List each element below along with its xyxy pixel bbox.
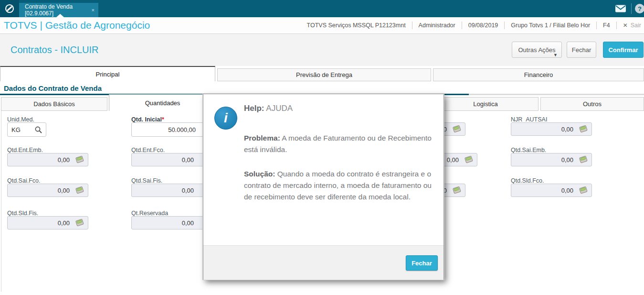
divider <box>412 22 412 29</box>
unid-med-value: KG <box>11 126 21 133</box>
calculator-icon <box>75 219 84 227</box>
qtd-ent-emb-value: 0,00 <box>58 156 70 164</box>
field-label-qtd-sld-fco: Qtd.Sld.Fco. <box>511 177 544 184</box>
tab-close-icon[interactable]: × <box>92 7 95 13</box>
subtab-outros[interactable]: Outros <box>540 97 644 111</box>
qtd-sld-fis-field: 0,00 <box>7 216 88 229</box>
divider <box>462 22 462 29</box>
help-dialog: i Help: AJUDA Problema: A moeda de Fatur… <box>203 94 444 280</box>
dialog-close-label: Fechar <box>412 260 432 267</box>
calculator-icon <box>579 186 588 195</box>
panel-left-border <box>1 111 1 292</box>
calculator-icon <box>75 155 84 164</box>
qtd-sld-fco-field: 0,00 <box>511 184 592 197</box>
dialog-problem-text: Problema: A moeda de Faturamento ou de R… <box>244 132 441 155</box>
search-icon[interactable] <box>34 126 43 134</box>
user-label: Administrador <box>419 22 455 29</box>
topbar-separator <box>631 3 632 14</box>
qtd-inicial-field[interactable]: 50.000,00 <box>131 122 212 137</box>
totvs-menu-button[interactable] <box>0 0 19 17</box>
section-underline-rest <box>469 94 644 95</box>
tab-previsao-de-entrega[interactable]: Previsão de Entrega <box>217 68 431 81</box>
tab-principal[interactable]: Principal <box>0 66 215 81</box>
divider <box>616 22 617 29</box>
exit-x-icon: ✕ <box>623 22 628 29</box>
calculator-icon <box>452 186 462 195</box>
qtd-sai-emb-field: 0,00 <box>511 153 592 166</box>
tab-principal-label: Principal <box>96 71 120 78</box>
qtd-inicial-value: 50.000,00 <box>168 126 196 133</box>
calculator-icon <box>75 186 84 195</box>
help-icon[interactable]: ? <box>635 4 644 13</box>
tab-financeiro-label: Financeiro <box>524 71 553 78</box>
njr-autsai-field: 0,00 <box>511 122 592 136</box>
dialog-close-button[interactable]: Fechar <box>406 255 438 271</box>
subtab-logistica[interactable]: Logistica <box>433 97 538 111</box>
info-icon: i <box>214 107 237 130</box>
application-window: Contrato de Venda [02.9.0067] × ? TOTVS … <box>0 0 644 295</box>
dialog-solution-text: Solução: Quando a moeda do contrato é es… <box>244 168 441 203</box>
close-page-label: Fechar <box>572 46 591 54</box>
environment-label: TOTVS Serviços MSSQL P12123mnt <box>307 22 406 29</box>
subtab-quantidades[interactable]: Quantidades <box>109 94 216 111</box>
subtab-logistica-label: Logistica <box>473 100 497 108</box>
divider <box>596 22 597 29</box>
function-key-label: F4 <box>603 22 610 29</box>
subtab-dados-basicos-label: Dados Básicos <box>33 100 75 108</box>
field-label-qtd-sai-emb: Qtd.Sai.Emb. <box>511 147 546 153</box>
top-bar: Contrato de Venda [02.9.0067] × ? <box>0 0 644 17</box>
totvs-logo-icon <box>4 3 15 14</box>
dialog-problem-label: Problema: <box>244 134 280 142</box>
qtd-sai-fco-value: 0,00 <box>58 187 70 194</box>
qtd-sld-fco-value: 0,00 <box>561 187 573 194</box>
date-label: 09/08/2019 <box>468 22 498 29</box>
session-info-bar: TOTVS Serviços MSSQL P12123mnt Administr… <box>307 17 641 33</box>
field-label-unid-med: Unid.Med. <box>7 116 34 123</box>
subtab-dados-basicos[interactable]: Dados Básicos <box>1 97 107 111</box>
field-label-njr-autsai: NJR_AUTSAI <box>511 116 547 123</box>
qtd-sai-emb-value: 0,00 <box>561 156 573 164</box>
qtd-ent-fco-field: 0,00 <box>131 153 212 166</box>
required-asterisk: * <box>162 116 164 123</box>
calculator-icon <box>579 125 588 133</box>
calculator-icon <box>579 155 588 164</box>
qtd-ent-fco-value: 0,00 <box>182 156 194 164</box>
field-label-qtd-sai-fis: Qtd.Sai.Fis. <box>131 177 162 184</box>
page-title: Contratos - INCLUIR <box>11 44 99 55</box>
section-title: Dados do Contrato de Venda <box>4 84 102 92</box>
field-label-qt-reservada: Qt.Reservada <box>131 210 168 217</box>
qtd-sai-fis-value: 0,00 <box>182 187 194 194</box>
subtab-outros-label: Outros <box>583 100 602 108</box>
exit-button[interactable]: ✕ Sair <box>623 22 641 29</box>
hidden-field-2-value: 0,00 <box>447 156 459 164</box>
other-actions-button[interactable]: Outras Ações ▼ <box>512 42 562 58</box>
dialog-title: Help: AJUDA <box>244 104 293 113</box>
qtd-sai-fis-field: 0,00 <box>131 184 212 197</box>
tab-financeiro[interactable]: Financeiro <box>433 68 644 81</box>
calculator-icon <box>452 125 462 133</box>
confirm-label: Confirmar <box>608 46 638 54</box>
field-label-qtd-inicial: Qtd. Inicial* <box>131 116 164 123</box>
active-tab-pointer <box>56 14 64 17</box>
exit-label: Sair <box>631 22 641 29</box>
subtab-quantidades-label: Quantidades <box>145 99 180 107</box>
qt-reservada-value: 0,00 <box>182 219 194 227</box>
unid-med-field[interactable]: KG <box>7 122 46 137</box>
dialog-title-value: AJUDA <box>266 104 293 113</box>
dialog-title-label: Help: <box>244 104 264 113</box>
field-label-qtd-sai-fco: Qtd.Sai.Fco. <box>7 177 40 184</box>
branch-label: Grupo Totvs 1 / Filial Belo Hor <box>511 22 590 29</box>
calculator-icon <box>464 155 474 164</box>
qt-reservada-field: 0,00 <box>131 216 212 229</box>
qtd-inicial-label-text: Qtd. Inicial <box>131 116 162 123</box>
qtd-sai-fco-field: 0,00 <box>7 184 88 197</box>
close-page-button[interactable]: Fechar <box>567 42 596 58</box>
confirm-button[interactable]: Confirmar <box>603 42 644 58</box>
app-brand-title: TOTVS | Gestão de Agronegócio <box>4 20 150 31</box>
field-label-qtd-sld-fis: Qtd.Sld.Fis. <box>7 210 38 217</box>
chevron-down-icon: ▼ <box>553 53 558 57</box>
mail-icon[interactable] <box>615 4 626 13</box>
njr-autsai-value: 0,00 <box>561 126 573 133</box>
other-actions-label: Outras Ações <box>518 46 555 54</box>
qtd-ent-emb-field: 0,00 <box>7 153 88 166</box>
